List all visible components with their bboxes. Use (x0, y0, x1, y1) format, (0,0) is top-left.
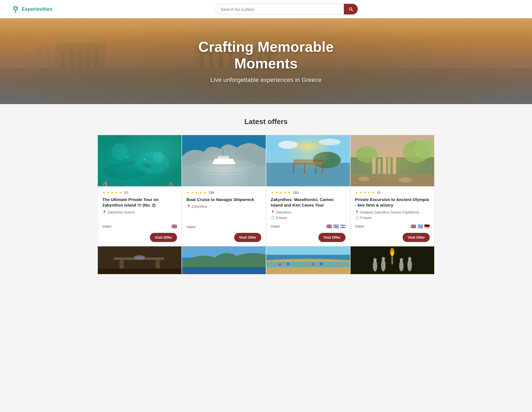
svg-point-82 (295, 263, 298, 266)
visit-offer-btn-3[interactable]: Visit Offer (318, 233, 346, 242)
svg-point-83 (303, 262, 306, 265)
flags-3: 🇬🇧 🇬🇷 🇮🇱 (326, 224, 346, 229)
svg-point-29 (126, 159, 129, 163)
svg-point-97 (400, 258, 403, 261)
svg-point-33 (129, 154, 130, 155)
svg-rect-7 (58, 35, 103, 43)
card-row2-2-svg (182, 246, 266, 274)
offers-grid-row2 (98, 246, 434, 274)
svg-point-58 (414, 139, 434, 159)
svg-rect-39 (223, 149, 224, 156)
offer-image-row2-4 (351, 246, 434, 274)
section-title: Latest offers (98, 117, 434, 126)
svg-point-28 (126, 159, 135, 166)
search-input[interactable] (216, 4, 344, 14)
hero-section: Crafting Memorable Moments Live unforget… (0, 18, 532, 104)
offer-card-row2-4 (350, 246, 434, 274)
offer-location-1: 📍 Zakynthos Greece (102, 210, 177, 214)
svg-rect-60 (372, 157, 376, 174)
svg-point-34 (144, 159, 145, 160)
svg-point-40 (207, 168, 241, 171)
offer-stars-2: ★ ★ ★ ★ ★ 296 (186, 190, 261, 195)
card3-image-svg (266, 135, 350, 186)
review-count-4: 41 (377, 190, 381, 195)
svg-rect-62 (383, 157, 386, 174)
offer-image-row2-3 (266, 246, 350, 274)
svg-rect-78 (266, 246, 350, 255)
offer-image-1 (98, 135, 181, 186)
header: Experievities (0, 0, 532, 18)
visit-offer-btn-1[interactable]: Visit Offer (150, 233, 177, 242)
offer-card-row2-2 (182, 246, 266, 274)
offers-container: Latest offers (94, 104, 438, 283)
search-button[interactable] (344, 4, 358, 14)
svg-point-92 (373, 260, 377, 271)
svg-point-32 (127, 156, 129, 158)
offer-body-1: ★ ★ ★ ★ ★ 20 The Ultimate Private Tour o… (98, 186, 181, 224)
svg-point-86 (328, 263, 331, 266)
logo-icon (11, 5, 20, 14)
svg-point-98 (408, 259, 412, 271)
svg-rect-42 (266, 135, 350, 163)
svg-rect-38 (218, 156, 229, 159)
svg-point-25 (136, 152, 170, 174)
svg-rect-76 (182, 267, 266, 274)
offer-body-3: ★ ★ ★ ★ ★ 260 Zakynthos: Marathonisi, Ca… (266, 186, 350, 224)
svg-point-27 (153, 152, 164, 163)
hero-subtitle: Live unforgettable experiences in Greece (198, 76, 334, 84)
offer-footer-3: Viator 🇬🇧 🇬🇷 🇮🇱 (266, 224, 350, 233)
offer-location-2: 📍 Zakynthos (186, 205, 261, 208)
latest-offers-section: Latest offers (0, 104, 532, 289)
offer-image-2 (182, 135, 266, 186)
svg-point-37 (191, 160, 257, 171)
svg-point-46 (319, 139, 341, 145)
svg-rect-56 (351, 135, 434, 157)
offer-image-3 (266, 135, 350, 186)
svg-rect-36 (182, 166, 266, 186)
offer-title-1: The Ultimate Private Tour on Zakynthos I… (102, 197, 177, 208)
svg-point-90 (391, 251, 394, 256)
svg-point-26 (111, 143, 128, 160)
card2-image-svg (182, 135, 266, 186)
provider-4: Viator (355, 224, 364, 228)
offer-image-row2-2 (182, 246, 266, 274)
svg-point-24 (103, 163, 147, 179)
svg-point-47 (313, 152, 341, 168)
svg-point-84 (312, 263, 314, 266)
logo-text: Experievities (22, 6, 52, 12)
svg-rect-55 (351, 135, 434, 186)
svg-point-31 (142, 163, 146, 166)
svg-rect-73 (98, 269, 181, 274)
svg-point-30 (143, 163, 151, 168)
svg-point-45 (278, 141, 298, 149)
svg-point-93 (374, 258, 377, 261)
svg-point-81 (287, 262, 290, 265)
svg-rect-8 (61, 51, 65, 68)
visit-offer-btn-2[interactable]: Visit Offer (234, 233, 261, 242)
offer-card-3: ★ ★ ★ ★ ★ 260 Zakynthos: Marathonisi, Ca… (266, 135, 350, 246)
svg-point-1 (14, 7, 17, 9)
svg-rect-91 (392, 256, 393, 264)
svg-rect-3 (28, 51, 33, 68)
offer-image-row2-1 (98, 246, 181, 274)
card-row2-1-svg (98, 246, 181, 274)
svg-rect-11 (86, 49, 90, 68)
offer-image-4 (351, 135, 434, 186)
offer-duration-3: 🕐 5 hours (271, 216, 346, 220)
svg-point-99 (408, 257, 411, 260)
svg-rect-44 (266, 163, 350, 186)
offer-stars-3: ★ ★ ★ ★ ★ 260 (271, 190, 346, 195)
visit-offer-btn-4[interactable]: Visit Offer (403, 233, 430, 242)
svg-rect-63 (388, 158, 391, 174)
svg-point-95 (382, 257, 385, 260)
search-icon (348, 7, 353, 12)
svg-rect-4 (36, 49, 42, 68)
card1-image-svg (98, 135, 181, 186)
offer-footer-4: Viator 🇬🇧 🇬🇷 🇩🇪 (351, 224, 434, 233)
svg-rect-64 (393, 156, 396, 174)
offer-body-2: ★ ★ ★ ★ ★ 296 Boat Cruise to Navagio Shi… (182, 186, 266, 225)
offer-footer-2: Viator (182, 225, 266, 233)
offer-card-4: ★ ★ ★ ★ ★ 41 Private Excursion to Ancien… (350, 135, 434, 246)
logo[interactable]: Experievities (11, 5, 52, 14)
provider-3: Viator (271, 224, 280, 228)
